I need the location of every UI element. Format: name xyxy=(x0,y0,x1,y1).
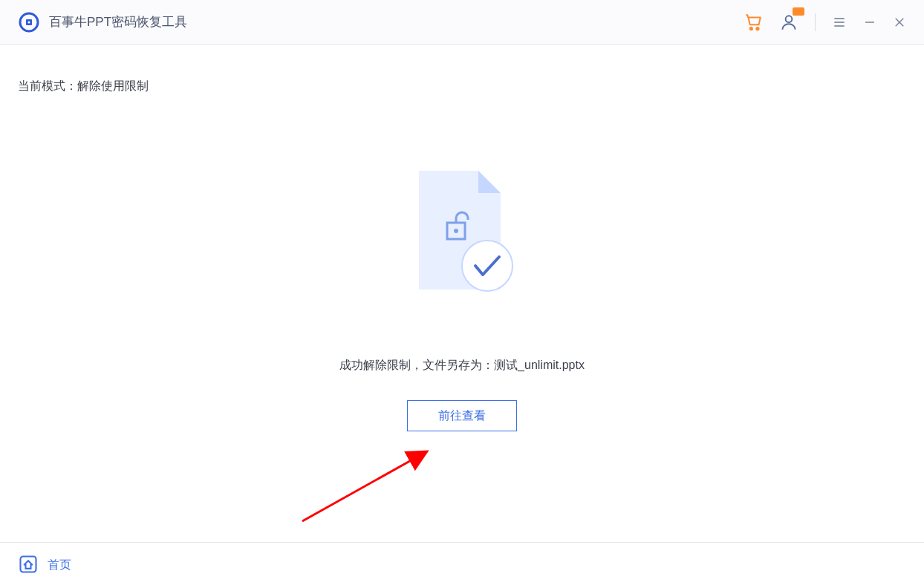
svg-point-3 xyxy=(750,27,752,30)
footer: 首页 xyxy=(0,542,924,588)
svg-point-4 xyxy=(756,27,758,30)
success-file-icon xyxy=(410,171,514,307)
saved-filename: 测试_unlimit.pptx xyxy=(494,359,585,371)
app-logo-icon xyxy=(18,11,40,33)
menu-icon[interactable] xyxy=(832,15,847,30)
close-icon[interactable] xyxy=(893,16,906,29)
success-message: 成功解除限制，文件另存为：测试_unlimit.pptx xyxy=(339,358,585,373)
svg-point-2 xyxy=(28,21,30,23)
mode-value: 解除使用限制 xyxy=(77,79,149,92)
titlebar: 百事牛PPT密码恢复工具 xyxy=(0,0,924,45)
svg-point-13 xyxy=(454,229,458,233)
annotation-arrow-icon xyxy=(296,445,437,527)
cart-icon[interactable] xyxy=(744,13,763,32)
account-icon[interactable] xyxy=(779,13,798,32)
svg-line-15 xyxy=(302,451,427,521)
go-view-button[interactable]: 前往查看 xyxy=(407,400,517,431)
home-icon xyxy=(18,554,39,578)
app-title: 百事牛PPT密码恢复工具 xyxy=(49,13,187,30)
current-mode-label: 当前模式：解除使用限制 xyxy=(18,79,149,94)
home-link[interactable]: 首页 xyxy=(18,554,71,578)
vip-badge-icon xyxy=(793,7,804,16)
svg-rect-16 xyxy=(21,556,36,572)
titlebar-divider xyxy=(815,13,816,31)
titlebar-left: 百事牛PPT密码恢复工具 xyxy=(18,11,187,33)
home-label: 首页 xyxy=(48,558,71,573)
success-prefix: 成功解除限制，文件另存为： xyxy=(339,359,494,371)
svg-point-14 xyxy=(462,241,513,291)
mode-prefix: 当前模式： xyxy=(18,79,77,92)
titlebar-right xyxy=(744,13,906,32)
minimize-icon[interactable] xyxy=(863,16,876,29)
svg-point-5 xyxy=(786,16,793,22)
main-content: 当前模式：解除使用限制 成功解除限制，文件另存为：测试_unlimit.pptx… xyxy=(0,45,924,542)
